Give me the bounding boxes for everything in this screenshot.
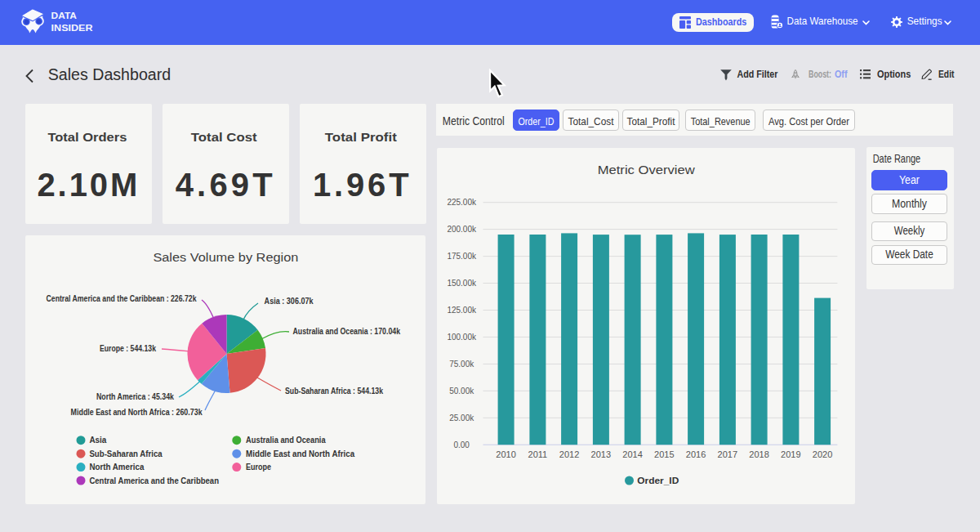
svg-text:2016: 2016 xyxy=(686,449,706,459)
svg-text:50.00k: 50.00k xyxy=(449,387,474,396)
svg-text:Asia: Asia xyxy=(89,435,106,445)
svg-text:0.00: 0.00 xyxy=(453,440,470,449)
svg-text:Middle East and North Africa :: Middle East and North Africa : 260.73k xyxy=(71,407,203,417)
svg-text:Date Range: Date Range xyxy=(873,152,921,165)
svg-text:Year: Year xyxy=(899,173,920,186)
svg-text:Australia and Oceania: Australia and Oceania xyxy=(246,435,326,445)
svg-text:Sales Dashboard: Sales Dashboard xyxy=(48,65,171,83)
svg-text:4.69T: 4.69T xyxy=(176,167,273,203)
svg-text:225.00k: 225.00k xyxy=(447,198,477,207)
svg-text:DATA: DATA xyxy=(51,11,77,20)
svg-text:2012: 2012 xyxy=(559,449,579,459)
svg-text:25.00k: 25.00k xyxy=(449,414,474,422)
svg-text:North America: North America xyxy=(89,462,144,472)
svg-text:Metric Overview: Metric Overview xyxy=(598,163,696,177)
svg-text:Edit: Edit xyxy=(938,69,955,80)
svg-text:2010: 2010 xyxy=(496,449,515,459)
svg-text:150.00k: 150.00k xyxy=(447,279,477,288)
svg-text:Add Filter: Add Filter xyxy=(737,69,777,80)
svg-text:Total Profit: Total Profit xyxy=(325,130,397,144)
svg-text:Dashboards: Dashboards xyxy=(696,16,746,28)
svg-text:Order_ID: Order_ID xyxy=(637,476,679,485)
svg-text:Total_Revenue: Total_Revenue xyxy=(691,115,751,127)
svg-text:125.00k: 125.00k xyxy=(447,306,477,315)
svg-text:Avg. Cost per Order: Avg. Cost per Order xyxy=(768,115,849,127)
svg-text:Sub-Saharan Africa : 544.13k: Sub-Saharan Africa : 544.13k xyxy=(285,386,383,396)
svg-text:Monthly: Monthly xyxy=(892,197,927,210)
svg-text:Options: Options xyxy=(877,69,911,80)
svg-text:100.00k: 100.00k xyxy=(447,333,477,342)
svg-text:INSIDER: INSIDER xyxy=(51,23,93,33)
svg-text:Total Orders: Total Orders xyxy=(47,130,127,144)
svg-text:Europe : 544.13k: Europe : 544.13k xyxy=(100,343,156,353)
svg-text:Boost:: Boost: xyxy=(808,69,831,80)
svg-text:Off: Off xyxy=(835,69,848,80)
svg-text:Middle East and North Africa: Middle East and North Africa xyxy=(246,449,354,458)
svg-text:Total Cost: Total Cost xyxy=(191,130,257,144)
svg-text:Metric Control: Metric Control xyxy=(443,114,505,127)
svg-text:Central America and the Caribb: Central America and the Caribbean xyxy=(89,476,219,485)
svg-text:75.00k: 75.00k xyxy=(449,360,474,369)
svg-text:2020: 2020 xyxy=(813,449,832,459)
svg-text:Asia : 306.07k: Asia : 306.07k xyxy=(265,296,314,306)
svg-text:2019: 2019 xyxy=(781,449,800,459)
svg-text:Data Warehouse: Data Warehouse xyxy=(787,15,858,27)
svg-text:Total_Cost: Total_Cost xyxy=(568,115,614,127)
svg-text:Europe: Europe xyxy=(246,462,271,472)
svg-text:Settings: Settings xyxy=(907,15,942,27)
svg-text:Total_Profit: Total_Profit xyxy=(627,115,675,127)
svg-text:2017: 2017 xyxy=(718,449,737,459)
svg-text:1.96T: 1.96T xyxy=(313,167,409,203)
svg-text:2.10M: 2.10M xyxy=(37,167,137,203)
svg-text:Sub-Saharan Africa: Sub-Saharan Africa xyxy=(89,449,162,458)
svg-text:Week Date: Week Date xyxy=(885,248,933,261)
svg-text:2015: 2015 xyxy=(654,449,674,459)
svg-text:2011: 2011 xyxy=(528,449,548,459)
svg-text:Sales Volume by Region: Sales Volume by Region xyxy=(153,250,298,264)
svg-text:2018: 2018 xyxy=(749,449,768,459)
svg-text:175.00k: 175.00k xyxy=(447,252,477,261)
svg-text:Weekly: Weekly xyxy=(894,224,924,237)
svg-text:North America : 45.34k: North America : 45.34k xyxy=(96,391,174,401)
svg-text:200.00k: 200.00k xyxy=(447,225,477,234)
svg-text:Central America and the Caribb: Central America and the Caribbean : 226.… xyxy=(47,293,197,303)
svg-text:2014: 2014 xyxy=(622,449,642,459)
svg-text:Order_ID: Order_ID xyxy=(518,115,554,127)
svg-text:2013: 2013 xyxy=(591,449,611,459)
svg-text:Australia and Oceania : 170.04: Australia and Oceania : 170.04k xyxy=(293,326,401,336)
